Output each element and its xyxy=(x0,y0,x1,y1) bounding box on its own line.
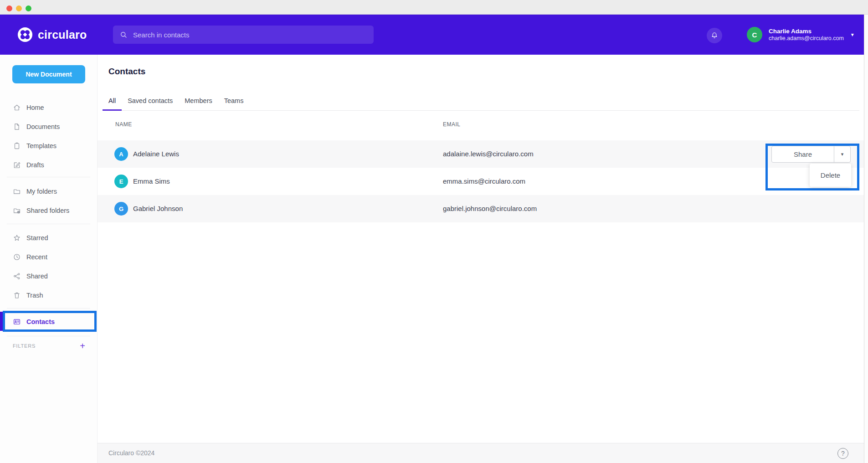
search-input[interactable] xyxy=(133,31,367,39)
footer: Circularo ©2024 ? xyxy=(98,443,864,463)
close-button[interactable] xyxy=(6,5,12,11)
circularo-flower-icon xyxy=(17,27,33,42)
brand-name: circularo xyxy=(38,28,87,41)
document-icon xyxy=(13,123,21,131)
star-icon xyxy=(13,234,21,242)
clipboard-icon xyxy=(13,142,21,150)
sidebar-item-shared[interactable]: Shared xyxy=(0,267,97,286)
menu-item-delete[interactable]: Delete xyxy=(821,171,840,179)
sidebar-item-home[interactable]: Home xyxy=(0,98,97,117)
column-header-email: EMAIL xyxy=(443,121,461,128)
search-bar xyxy=(113,26,374,44)
page-title: Contacts xyxy=(108,67,145,77)
sidebar-item-trash[interactable]: Trash xyxy=(0,286,97,305)
contact-email: adalaine.lewis@circularo.com xyxy=(443,150,534,158)
help-icon[interactable]: ? xyxy=(837,448,848,459)
table-header: NAME EMAIL xyxy=(98,121,864,135)
scrollbar-track[interactable] xyxy=(864,15,868,463)
user-avatar: C xyxy=(747,27,762,42)
share-button[interactable]: Share xyxy=(772,146,834,162)
tab-saved-contacts[interactable]: Saved contacts xyxy=(122,97,179,111)
user-email: charlie.adams@circularo.com xyxy=(769,35,844,41)
contact-email: gabriel.johnson@circularo.com xyxy=(443,205,537,212)
brand-logo[interactable]: circularo xyxy=(17,15,87,55)
tab-teams[interactable]: Teams xyxy=(218,97,250,111)
avatar: A xyxy=(114,147,128,161)
column-header-name: NAME xyxy=(115,121,132,128)
home-icon xyxy=(13,103,21,112)
bell-icon xyxy=(710,31,719,40)
tab-bar: All Saved contacts Members Teams xyxy=(103,97,249,111)
share-dropdown-menu: Delete xyxy=(810,164,851,187)
window-titlebar xyxy=(0,0,868,15)
copyright-text: Circularo ©2024 xyxy=(108,449,154,457)
sidebar: New Document Home Documents Templates Dr… xyxy=(0,55,98,463)
active-item-indicator xyxy=(0,312,3,331)
zoom-button[interactable] xyxy=(26,5,31,11)
tab-members[interactable]: Members xyxy=(179,97,218,111)
minimize-button[interactable] xyxy=(16,5,22,11)
window-controls xyxy=(6,5,31,11)
notifications-button[interactable] xyxy=(707,28,722,43)
sidebar-item-starred[interactable]: Starred xyxy=(0,228,97,247)
sidebar-item-templates[interactable]: Templates xyxy=(0,136,97,155)
chevron-down-icon: ▾ xyxy=(851,31,854,38)
shared-folder-icon xyxy=(13,206,21,215)
add-filter-button[interactable]: + xyxy=(80,341,85,350)
table-row[interactable]: G Gabriel Johnson gabriel.johnson@circul… xyxy=(98,195,864,222)
trash-icon xyxy=(13,291,21,299)
sidebar-divider xyxy=(7,224,90,224)
sidebar-item-my-folders[interactable]: My folders xyxy=(0,182,97,201)
contact-card-icon xyxy=(13,318,21,326)
pencil-square-icon xyxy=(13,161,21,169)
share-menu-caret-icon[interactable]: ▾ xyxy=(834,146,850,162)
table-row[interactable]: E Emma Sims emma.sims@circularo.com xyxy=(98,168,864,195)
avatar: E xyxy=(114,175,128,188)
sidebar-divider xyxy=(7,308,90,309)
user-menu[interactable]: C Charlie Adams charlie.adams@circularo.… xyxy=(747,15,854,55)
folder-icon xyxy=(13,187,21,195)
avatar: G xyxy=(114,202,128,216)
contacts-table: A Adelaine Lewis adalaine.lewis@circular… xyxy=(98,140,864,222)
contact-name: Gabriel Johnson xyxy=(133,205,183,212)
share-nodes-icon xyxy=(13,272,21,280)
main-content: Contacts All Saved contacts Members Team… xyxy=(98,55,864,463)
sidebar-item-drafts[interactable]: Drafts xyxy=(0,155,97,175)
sidebar-divider xyxy=(7,336,90,336)
sidebar-item-documents[interactable]: Documents xyxy=(0,117,97,136)
sidebar-item-shared-folders[interactable]: Shared folders xyxy=(0,201,97,220)
clock-icon xyxy=(13,253,21,261)
search-icon xyxy=(119,31,128,39)
contact-name: Adelaine Lewis xyxy=(133,150,179,158)
tab-all[interactable]: All xyxy=(103,97,122,111)
share-split-button: Share ▾ xyxy=(771,146,851,163)
sidebar-divider xyxy=(7,177,90,177)
user-name: Charlie Adams xyxy=(769,28,844,35)
table-row[interactable]: A Adelaine Lewis adalaine.lewis@circular… xyxy=(98,140,864,168)
filters-label: FILTERS xyxy=(13,343,36,349)
new-document-button[interactable]: New Document xyxy=(12,65,85,83)
sidebar-item-contacts[interactable]: Contacts xyxy=(0,312,97,331)
sidebar-item-recent[interactable]: Recent xyxy=(0,247,97,267)
contact-email: emma.sims@circularo.com xyxy=(443,177,525,185)
app-header: circularo C Charlie Adams charlie.adams@… xyxy=(0,15,864,55)
contact-name: Emma Sims xyxy=(133,177,170,185)
